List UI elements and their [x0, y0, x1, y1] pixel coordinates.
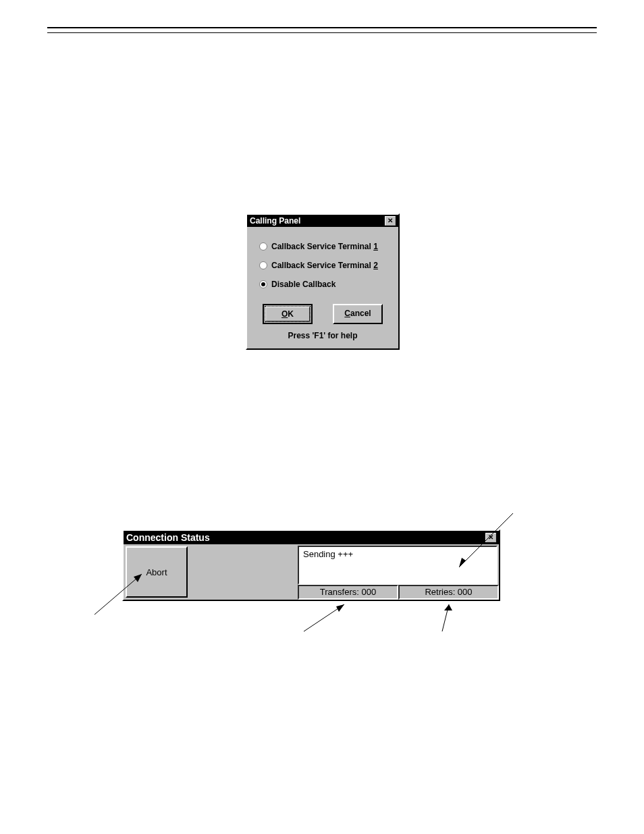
radio-callback-terminal-1[interactable]: Callback Service Terminal 1 — [259, 242, 389, 251]
radio-disable-callback[interactable]: Disable Callback — [259, 280, 389, 289]
svg-line-0 — [459, 513, 513, 567]
connection-status-title: Connection Status — [126, 532, 210, 543]
svg-line-2 — [95, 574, 142, 615]
radio-label: Disable Callback — [271, 280, 336, 289]
svg-marker-5 — [336, 604, 344, 612]
radio-label: Callback Service Terminal 2 — [271, 261, 378, 270]
calling-panel-titlebar: Calling Panel ✕ — [247, 215, 398, 227]
ok-button[interactable]: OK — [263, 304, 313, 324]
arrow-annotation-close — [439, 513, 520, 581]
spacer — [190, 544, 298, 600]
svg-marker-1 — [459, 558, 466, 567]
rule-thin — [47, 32, 597, 33]
svg-marker-7 — [444, 604, 452, 610]
radio-label: Callback Service Terminal 1 — [271, 242, 378, 251]
rule-thick — [47, 27, 597, 28]
arrow-annotation-retries — [425, 601, 466, 635]
radio-callback-terminal-2[interactable]: Callback Service Terminal 2 — [259, 261, 389, 270]
radio-icon — [259, 261, 267, 269]
cancel-button[interactable]: Cancel — [333, 304, 383, 324]
calling-panel-dialog: Calling Panel ✕ Callback Service Termina… — [246, 213, 400, 350]
calling-panel-title: Calling Panel — [250, 216, 300, 226]
svg-marker-3 — [134, 574, 142, 582]
arrow-annotation-transfers — [297, 601, 365, 635]
arrow-annotation-abort — [95, 567, 162, 621]
retries-status: Retries: 000 — [398, 585, 499, 600]
radio-icon — [259, 242, 267, 251]
close-icon[interactable]: ✕ — [385, 216, 396, 226]
transfers-status: Transfers: 000 — [298, 585, 398, 600]
radio-icon — [259, 280, 267, 288]
help-hint: Press 'F1' for help — [257, 331, 389, 340]
